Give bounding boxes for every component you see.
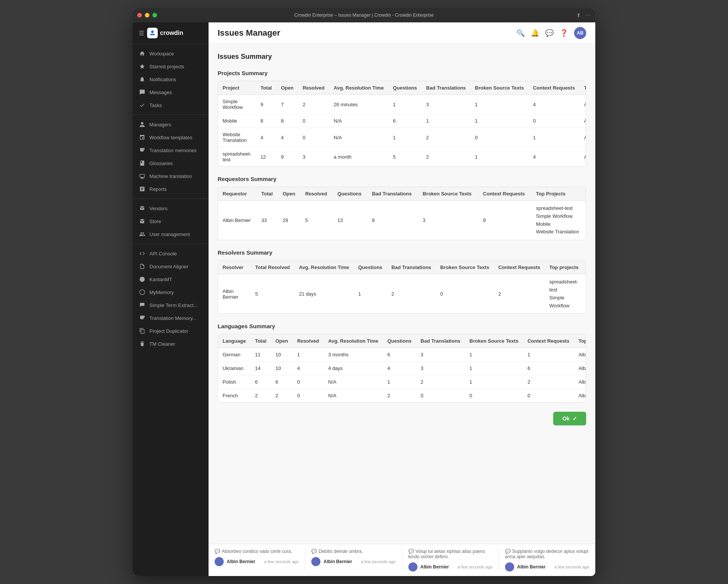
sidebar-item-tasks[interactable]: Tasks — [133, 99, 209, 112]
sidebar-item-tm-memory[interactable]: Translation Memory... — [133, 312, 209, 324]
sidebar-item-user-mgmt[interactable]: User management — [133, 228, 209, 241]
sidebar-label-kantanmt: KantanMT — [149, 277, 172, 282]
strip-avatar — [311, 557, 320, 566]
checkmark-icon: ✓ — [573, 416, 577, 422]
dup-icon — [139, 327, 146, 334]
cell-project: Simple Workflow — [218, 95, 256, 114]
user-avatar[interactable]: AB — [574, 27, 586, 39]
cell-bad-trans: 1 — [422, 114, 471, 128]
req-col-resolved: Resolved — [301, 187, 333, 201]
share-icon[interactable]: ⬆ — [576, 12, 581, 18]
sidebar: ☰ crowdin Workspace — [133, 22, 209, 576]
cell-open: 28 — [278, 201, 300, 240]
sidebar-item-messages[interactable]: Messages — [133, 86, 209, 99]
chat-icon[interactable]: 💬 — [545, 29, 554, 37]
sidebar-item-memories[interactable]: Translation memories — [133, 144, 209, 157]
search-icon[interactable]: 🔍 — [516, 29, 525, 37]
sidebar-item-workflow[interactable]: Workflow templates — [133, 131, 209, 144]
cell-requestor: Albin Bernier — [218, 201, 257, 240]
maximize-button[interactable] — [152, 13, 157, 17]
strip-comment: 💬Debitis deinde umbra. — [311, 549, 395, 554]
minimize-button[interactable] — [145, 13, 149, 17]
cell-total-resolved: 5 — [251, 274, 295, 314]
logo: crowdin — [147, 28, 183, 38]
sidebar-label-mymemory: MyMemory — [149, 290, 174, 295]
sidebar-item-vendors[interactable]: Vendors — [133, 202, 209, 215]
sidebar-item-doc-aligner[interactable]: Document Aligner — [133, 260, 209, 273]
sidebar-item-api[interactable]: API Console — [133, 247, 209, 260]
cell-avg-time: N/A — [324, 375, 383, 389]
strip-user: Albin Bernier a few seconds ago — [408, 562, 493, 571]
cell-open: 10 — [271, 362, 293, 375]
strip-username: Albin Bernier — [517, 564, 546, 570]
svg-point-0 — [151, 30, 154, 33]
hamburger-icon[interactable]: ☰ — [139, 30, 144, 37]
doc-icon — [139, 263, 146, 270]
requestors-summary-title: Requestors Summary — [218, 176, 586, 182]
traffic-lights — [137, 13, 157, 17]
bottom-strip: 💬Absorbeo condico vado certe cura. Albin… — [209, 544, 595, 576]
cell-context-req: 0 — [529, 114, 580, 128]
sidebar-label-starred: Starred projects — [149, 64, 184, 69]
more-icon[interactable]: ⋯ — [585, 12, 591, 18]
sidebar-item-workspace[interactable]: Workspace — [133, 47, 209, 60]
sidebar-item-managers[interactable]: Managers — [133, 118, 209, 131]
sidebar-item-mymemory[interactable]: MyMemory — [133, 286, 209, 299]
cell-context-req: 9 — [479, 201, 532, 240]
cell-avg-time: a month — [329, 147, 388, 167]
strip-comment: 💬Absorbeo condico vado certe cura. — [215, 549, 299, 554]
projects-summary-title: Projects Summary — [218, 70, 586, 76]
close-button[interactable] — [137, 13, 142, 17]
kantan-icon — [139, 276, 146, 283]
lang-col-bad-trans: Bad Translations — [416, 334, 465, 348]
cell-total: 4 — [256, 128, 276, 147]
message-icon — [139, 89, 146, 96]
cell-questions: 1 — [383, 375, 416, 389]
ok-button[interactable]: Ok ✓ — [553, 412, 586, 425]
strip-time: a few seconds ago — [361, 559, 396, 564]
col-questions: Questions — [388, 81, 422, 95]
cell-bad-trans: 2 — [416, 375, 465, 389]
lang-col-resolved: Resolved — [293, 334, 324, 348]
notifications-bell-icon[interactable]: 🔔 — [531, 29, 539, 37]
strip-user: Albin Bernier a few seconds ago — [311, 557, 395, 566]
strip-avatar — [505, 562, 514, 571]
sidebar-item-kantanmt[interactable]: KantanMT — [133, 273, 209, 286]
cell-questions: 2 — [383, 389, 416, 403]
sidebar-item-project-dup[interactable]: Project Duplicator — [133, 324, 209, 337]
cell-questions: 1 — [354, 274, 387, 314]
res-col-bad-trans: Bad Translations — [387, 261, 436, 274]
sidebar-item-notifications[interactable]: Notifications — [133, 73, 209, 86]
sidebar-item-store[interactable]: Store — [133, 215, 209, 228]
cell-broken-src: 0 — [465, 389, 523, 403]
sidebar-item-reports[interactable]: Reports — [133, 183, 209, 195]
cell-context-req: 6 — [523, 362, 574, 375]
sidebar-label-tm-memory: Translation Memory... — [149, 315, 196, 321]
col-total: Total — [256, 81, 276, 95]
projects-summary-table: Project Total Open Resolved Avg. Resolut… — [218, 81, 586, 167]
sidebar-label-user-mgmt: User management — [149, 231, 190, 237]
sidebar-item-tm-cleaner[interactable]: TM Cleaner — [133, 337, 209, 350]
cell-project: spreadsheet-test — [218, 147, 256, 167]
sidebar-item-simple-term[interactable]: Simple Term Extract... — [133, 299, 209, 312]
cell-bad-trans: 3 — [422, 95, 471, 114]
cell-bad-trans: 8 — [367, 201, 418, 240]
requestors-summary-table: Requestor Total Open Resolved Questions … — [218, 187, 586, 240]
sidebar-item-machine[interactable]: Machine translation — [133, 170, 209, 183]
sidebar-label-reports: Reports — [149, 186, 167, 192]
issues-summary-title: Issues Summary — [218, 53, 586, 61]
cell-total: 2 — [250, 389, 271, 403]
sidebar-item-glossaries[interactable]: Glossaries — [133, 157, 209, 170]
term-icon — [139, 302, 146, 309]
managers-icon — [139, 121, 146, 128]
table-row: Ukrainian 14 10 4 4 days 4 3 1 6 Albin B… — [218, 362, 586, 375]
help-icon[interactable]: ❓ — [560, 29, 568, 37]
cell-language: French — [218, 389, 250, 403]
sidebar-item-starred[interactable]: Starred projects — [133, 60, 209, 73]
req-col-context-req: Context Requests — [479, 187, 532, 201]
sidebar-label-notifications: Notifications — [149, 77, 176, 82]
cell-total: 8 — [256, 114, 276, 128]
cell-project: Mobile — [218, 114, 256, 128]
strip-avatar — [408, 562, 417, 571]
reports-icon — [139, 186, 146, 192]
